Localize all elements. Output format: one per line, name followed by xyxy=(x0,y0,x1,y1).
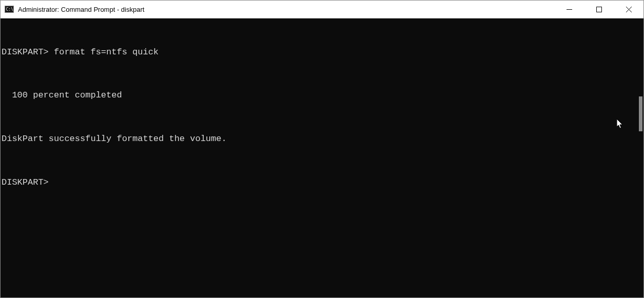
terminal-line: DiskPart successfully formatted the volu… xyxy=(1,133,643,155)
minimize-button[interactable] xyxy=(554,1,584,18)
vertical-scrollbar[interactable] xyxy=(635,18,643,297)
scrollbar-thumb[interactable] xyxy=(639,96,642,131)
terminal-prompt[interactable]: DISKPART> xyxy=(1,177,643,188)
terminal-output[interactable]: DISKPART> format fs=ntfs quick 100 perce… xyxy=(1,18,643,297)
maximize-button[interactable] xyxy=(584,1,614,18)
cmd-icon: C:\ xyxy=(5,5,14,14)
terminal-line: 100 percent completed xyxy=(1,90,643,111)
titlebar[interactable]: C:\ Administrator: Command Prompt - disk… xyxy=(1,1,643,18)
window-title: Administrator: Command Prompt - diskpart xyxy=(18,6,144,13)
terminal-line: DISKPART> format fs=ntfs quick xyxy=(1,47,643,68)
svg-rect-3 xyxy=(596,7,601,12)
titlebar-left: C:\ Administrator: Command Prompt - disk… xyxy=(1,5,144,14)
client-area: DISKPART> format fs=ntfs quick 100 perce… xyxy=(1,18,643,297)
window-controls xyxy=(554,1,643,18)
app-window: C:\ Administrator: Command Prompt - disk… xyxy=(0,0,644,298)
svg-text:C:\: C:\ xyxy=(6,7,14,12)
close-button[interactable] xyxy=(614,1,643,18)
